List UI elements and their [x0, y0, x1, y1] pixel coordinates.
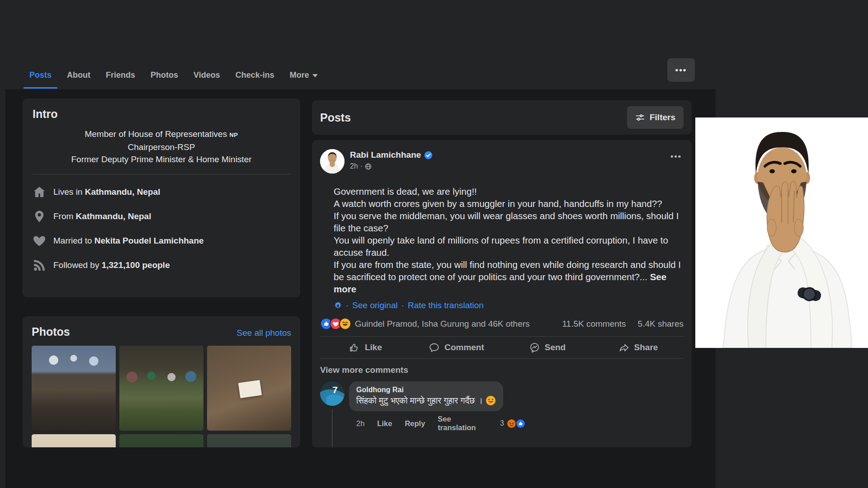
- photo-grid: [32, 346, 291, 447]
- spouse-value: Nekita Poudel Lamichhane: [94, 236, 204, 245]
- globe-icon: [365, 163, 372, 170]
- heart-icon: [33, 234, 46, 248]
- photo-thumbnail[interactable]: [119, 434, 203, 447]
- tab-more[interactable]: More: [282, 61, 326, 89]
- photo-thumbnail[interactable]: [32, 346, 116, 431]
- overlay-person-photo: [695, 117, 868, 348]
- see-all-photos-link[interactable]: See all photos: [237, 328, 291, 338]
- photo-thumbnail[interactable]: [207, 346, 291, 431]
- photo-thumbnail[interactable]: [119, 346, 203, 431]
- comment-time[interactable]: 2h: [356, 419, 364, 428]
- translation-row: · See original · Rate this translation: [334, 300, 684, 310]
- divider: [33, 174, 290, 174]
- comment-thread-line: [332, 409, 333, 447]
- tab-photos[interactable]: Photos: [143, 61, 186, 89]
- facebook-profile-page: Posts About Friends Photos Videos Check-…: [0, 0, 868, 488]
- comment-reactions-badge[interactable]: 3: [500, 418, 526, 429]
- reactions-summary: Guindel Pramod, Isha Gurung and 46K othe…: [320, 318, 684, 330]
- intro-lives-in: Lives in Kathmandu, Nepal: [33, 185, 290, 199]
- bio-line: Member of House of Representatives NP: [33, 128, 290, 141]
- tongue-out-emoji: [486, 395, 496, 406]
- post-body-text: Government is dead, we are lying!! A wat…: [334, 185, 685, 295]
- tab-posts[interactable]: Posts: [22, 61, 59, 89]
- comments-count[interactable]: 11.5K comments: [562, 319, 626, 329]
- intro-bio: Member of House of Representatives NP Ch…: [33, 128, 290, 165]
- sliders-icon: [635, 113, 645, 122]
- intro-from: From Kathmandu, Nepal: [33, 210, 290, 223]
- share-arrow-icon: [618, 342, 630, 353]
- commenter-name[interactable]: Goldhong Rai: [356, 386, 496, 394]
- intro-card: Intro Member of House of Representatives…: [23, 99, 300, 297]
- chevron-down-icon: [312, 74, 318, 77]
- comment-meta-row: 2h Like Reply See translation 3: [356, 415, 526, 432]
- comment-see-translation-link[interactable]: See translation: [438, 415, 487, 432]
- person-illustration: [695, 117, 868, 348]
- divider: [320, 358, 684, 359]
- post-paragraph: If you serve the middleman, you will wea…: [334, 210, 685, 234]
- filters-button[interactable]: Filters: [627, 106, 684, 129]
- bio-line: Former Deputy Prime Minister & Home Mini…: [33, 153, 290, 165]
- view-more-comments-link[interactable]: View more comments: [320, 365, 684, 375]
- translation-settings-icon[interactable]: [334, 301, 342, 310]
- messenger-icon: [529, 342, 540, 353]
- comment: 7 Goldhong Rai सिंहको मुटु भएको मान्छे ग…: [320, 381, 684, 411]
- avatar[interactable]: [320, 149, 344, 174]
- tab-about[interactable]: About: [59, 61, 98, 89]
- post-timestamp[interactable]: 2h ·: [350, 162, 433, 170]
- photo-thumbnail[interactable]: [32, 434, 116, 447]
- shares-count[interactable]: 5.4K shares: [638, 319, 684, 329]
- post-paragraph: Government is dead, we are lying!!: [334, 185, 685, 197]
- from-value: Kathmandu, Nepal: [76, 211, 151, 221]
- reaction-names[interactable]: Guindel Pramod, Isha Gurung and 46K othe…: [355, 319, 530, 329]
- comment-text: सिंहको मुटु भएको मान्छे गुहार गुहार गर्द…: [356, 395, 496, 406]
- photos-card: Photos See all photos: [23, 316, 300, 447]
- home-icon: [33, 185, 46, 199]
- posts-header-card: Posts Filters: [312, 100, 692, 135]
- comment-like-link[interactable]: Like: [377, 419, 392, 428]
- commenter-avatar-image: 7: [320, 381, 344, 406]
- post-header: Rabi Lamichhane 2h · •••: [320, 149, 684, 175]
- comment-bubble[interactable]: Goldhong Rai सिंहको मुटु भएको मान्छे गुह…: [349, 381, 503, 411]
- comment-reply-link[interactable]: Reply: [405, 419, 425, 428]
- rate-translation-link[interactable]: Rate this translation: [408, 300, 484, 310]
- photo-thumbnail[interactable]: [207, 434, 291, 447]
- author-avatar-image: [320, 149, 344, 174]
- tab-videos[interactable]: Videos: [186, 61, 228, 89]
- haha-reaction-icon[interactable]: [339, 318, 351, 330]
- lives-in-value: Kathmandu, Nepal: [85, 187, 160, 197]
- comment-button[interactable]: Comment: [411, 338, 502, 357]
- post-card: Rabi Lamichhane 2h · ••• Go: [312, 140, 692, 447]
- tab-checkins[interactable]: Check-ins: [228, 61, 282, 89]
- post-action-bar: Like Comment Send Share: [320, 337, 684, 358]
- profile-more-options-button[interactable]: •••: [667, 58, 695, 82]
- posts-title: Posts: [320, 111, 351, 124]
- bio-tag: NP: [229, 131, 238, 138]
- intro-married: Married to Nekita Poudel Lamichhane: [33, 234, 290, 248]
- intro-followers: Followed by 1,321,100 people: [33, 258, 290, 272]
- intro-title: Intro: [33, 108, 290, 121]
- post-paragraph: If you are from the state, you will find…: [334, 258, 685, 295]
- send-button[interactable]: Send: [502, 338, 593, 357]
- tab-friends[interactable]: Friends: [98, 61, 143, 89]
- profile-tabbar: Posts About Friends Photos Videos Check-…: [22, 61, 326, 89]
- rss-icon: [33, 258, 46, 272]
- post-paragraph: A watch worth crores given by a smuggler…: [334, 197, 685, 210]
- svg-text:7: 7: [332, 385, 338, 395]
- location-icon: [33, 210, 46, 223]
- like-button[interactable]: Like: [320, 338, 411, 357]
- post-options-button[interactable]: •••: [670, 152, 682, 161]
- commenter-avatar[interactable]: 7: [320, 381, 344, 406]
- post-paragraph: You will openly take land of millions of…: [334, 234, 685, 258]
- photos-title: Photos: [32, 325, 70, 338]
- bio-line: Chairperson-RSP: [33, 141, 290, 153]
- see-original-link[interactable]: See original: [352, 300, 397, 310]
- share-button[interactable]: Share: [593, 338, 684, 357]
- like-reaction-icon: [515, 418, 526, 429]
- post-author-name[interactable]: Rabi Lamichhane: [350, 150, 433, 160]
- thumbs-up-icon: [349, 342, 360, 353]
- comment-bubble-icon: [429, 342, 440, 353]
- followers-value: 1,321,100 people: [102, 260, 170, 270]
- verified-badge-icon: [424, 151, 433, 160]
